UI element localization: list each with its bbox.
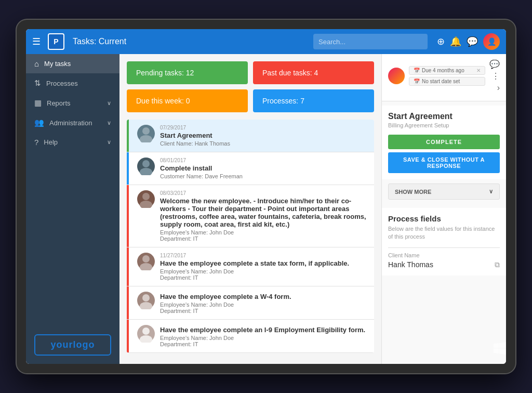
svg-point-3 — [140, 168, 152, 175]
no-start-label: No start date set — [422, 78, 460, 84]
field-row: Client Name Hank Thomas ⧉ — [388, 247, 500, 269]
avatar — [137, 190, 155, 208]
sidebar-item-reports[interactable]: ▦ Reports ∨ — [26, 93, 119, 113]
table-row[interactable]: 08/03/2017 Welcome the new employee. - I… — [127, 185, 374, 247]
top-bar: ☰ P Tasks: Current ⊕ 🔔 💬 👤 — [26, 29, 506, 54]
administration-icon: 👥 — [34, 118, 44, 127]
page-title: Tasks: Current — [73, 37, 308, 46]
sidebar-label-help: Help — [44, 138, 102, 146]
sidebar-item-administration[interactable]: 👥 Administration ∨ — [26, 113, 119, 133]
reports-icon: ▦ — [34, 98, 42, 108]
stat-pending[interactable]: Pending tasks: 12 — [127, 61, 248, 84]
search-input[interactable] — [313, 34, 428, 49]
task-content: 08/01/2017 Complete install Customer Nam… — [160, 158, 367, 179]
screen: ☰ P Tasks: Current ⊕ 🔔 💬 👤 ⌂ My tasks — [26, 29, 506, 364]
field-label: Client Name — [388, 252, 500, 258]
task-date: 11/27/2017 — [160, 253, 367, 258]
sidebar-item-processes[interactable]: ⇅ Processes — [26, 73, 119, 93]
menu-icon[interactable]: ☰ — [32, 36, 41, 47]
sidebar-label-reports: Reports — [47, 99, 102, 107]
device-frame: ☰ P Tasks: Current ⊕ 🔔 💬 👤 ⌂ My tasks — [17, 20, 515, 373]
agreement-subtitle: Billing Agreement Setup — [388, 122, 500, 128]
top-bar-icons: ⊕ 🔔 💬 👤 — [437, 33, 500, 50]
close-panel-icon[interactable]: › — [497, 83, 500, 93]
svg-point-11 — [140, 335, 152, 343]
svg-point-2 — [142, 160, 150, 167]
processes-icon: ⇅ — [34, 78, 41, 88]
reports-arrow-icon: ∨ — [107, 100, 111, 107]
content-area: Pending tasks: 12 Past due tasks: 4 Due … — [119, 54, 506, 364]
app-logo: P — [48, 33, 64, 50]
task-title: Have the employee complete a state tax f… — [160, 259, 367, 267]
task-bar — [127, 185, 129, 247]
task-subtitle: Client Name: Hank Thomas — [160, 140, 367, 147]
task-subtitle: Employee's Name: John Doe Department: IT — [160, 229, 367, 242]
save-close-button[interactable]: SAVE & CLOSE WITHOUT A RESPONSE — [388, 152, 500, 173]
more-options-icon[interactable]: ⋮ — [491, 71, 500, 81]
process-fields-desc: Below are the field values for this inst… — [388, 225, 500, 241]
main-layout: ⌂ My tasks ⇅ Processes ▦ Reports ∨ 👥 Adm… — [26, 54, 506, 364]
sidebar-label-administration: Administration — [49, 119, 102, 127]
svg-point-5 — [140, 201, 152, 208]
avatar[interactable]: 👤 — [483, 33, 500, 50]
show-more-row[interactable]: SHOW MORE ∨ — [388, 184, 500, 200]
table-row[interactable]: 07/29/2017 Start Agreement Client Name: … — [127, 120, 374, 152]
calendar-icon: 📅 — [414, 68, 420, 73]
task-subtitle: Employee's Name: John Doe Department: IT — [160, 335, 367, 347]
table-row[interactable]: 08/01/2017 Complete install Customer Nam… — [127, 152, 374, 185]
stat-processes[interactable]: Processes: 7 — [253, 89, 374, 112]
logo-text-regular: your — [50, 339, 73, 350]
due-label: Due 4 months ago — [422, 68, 464, 73]
sidebar-logo-area: yourlogo — [26, 326, 119, 364]
task-bar — [127, 286, 129, 319]
stat-week[interactable]: Due this week: 0 — [127, 89, 248, 112]
stat-pastdue[interactable]: Past due tasks: 4 — [253, 61, 374, 84]
administration-arrow-icon: ∨ — [107, 120, 111, 126]
task-content: Have the employee complete a W-4 form. E… — [160, 292, 367, 314]
task-avatar-sm — [388, 68, 405, 84]
notification-icon[interactable]: 🔔 — [450, 36, 461, 47]
avatar — [137, 292, 155, 309]
field-value: Hank Thomas — [388, 260, 433, 269]
field-value-row: Hank Thomas ⧉ — [388, 260, 500, 269]
svg-point-9 — [140, 302, 152, 309]
company-logo: yourlogo — [34, 334, 111, 356]
table-row[interactable]: 11/27/2017 Have the employee complete a … — [127, 247, 374, 286]
task-bar — [127, 152, 129, 185]
svg-point-8 — [142, 294, 150, 302]
close-icon[interactable]: ✕ — [476, 68, 481, 73]
svg-point-7 — [140, 263, 152, 270]
svg-point-10 — [142, 328, 150, 335]
task-date: 08/03/2017 — [160, 190, 367, 196]
avatar — [137, 158, 155, 175]
task-subtitle: Customer Name: Dave Freeman — [160, 173, 367, 179]
sidebar-label-my-tasks: My tasks — [44, 60, 111, 68]
task-title: Welcome the new employee. - Introduce hi… — [160, 197, 367, 228]
chat-icon[interactable]: 💬 — [467, 36, 478, 47]
show-more-label: SHOW MORE — [395, 189, 431, 195]
add-icon[interactable]: ⊕ — [437, 36, 445, 47]
complete-button[interactable]: COMPLETE — [388, 135, 500, 149]
chevron-down-icon: ∨ — [489, 188, 493, 195]
agreement-title: Start Agreement — [388, 112, 500, 121]
avatar — [137, 325, 155, 343]
task-date: 07/29/2017 — [160, 125, 367, 130]
sidebar: ⌂ My tasks ⇅ Processes ▦ Reports ∨ 👥 Adm… — [26, 54, 119, 364]
task-content: Have the employee complete an I-9 Employ… — [160, 325, 367, 347]
badge-group: 📅 Due 4 months ago ✕ 📅 No start date set — [409, 66, 485, 86]
due-badge-row: 📅 Due 4 months ago ✕ 📅 No start date set — [388, 59, 500, 93]
table-row[interactable]: Have the employee complete an I-9 Employ… — [127, 320, 374, 353]
agreement-section: Start Agreement Billing Agreement Setup … — [382, 106, 506, 179]
right-panel-top: 📅 Due 4 months ago ✕ 📅 No start date set — [382, 54, 506, 101]
copy-icon[interactable]: ⧉ — [495, 260, 500, 269]
task-list-area: Pending tasks: 12 Past due tasks: 4 Due … — [119, 54, 381, 364]
task-title: Start Agreement — [160, 132, 367, 139]
calendar-icon2: 📅 — [414, 78, 420, 84]
sidebar-item-help[interactable]: ? Help ∨ — [26, 133, 119, 152]
sidebar-item-my-tasks[interactable]: ⌂ My tasks — [26, 54, 119, 73]
process-fields-section: Process fields Below are the field value… — [382, 208, 506, 276]
chat-panel-icon[interactable]: 💬 — [489, 59, 500, 69]
table-row[interactable]: Have the employee complete a W-4 form. E… — [127, 286, 374, 320]
task-date: 08/01/2017 — [160, 158, 367, 163]
stats-grid: Pending tasks: 12 Past due tasks: 4 Due … — [119, 54, 381, 120]
